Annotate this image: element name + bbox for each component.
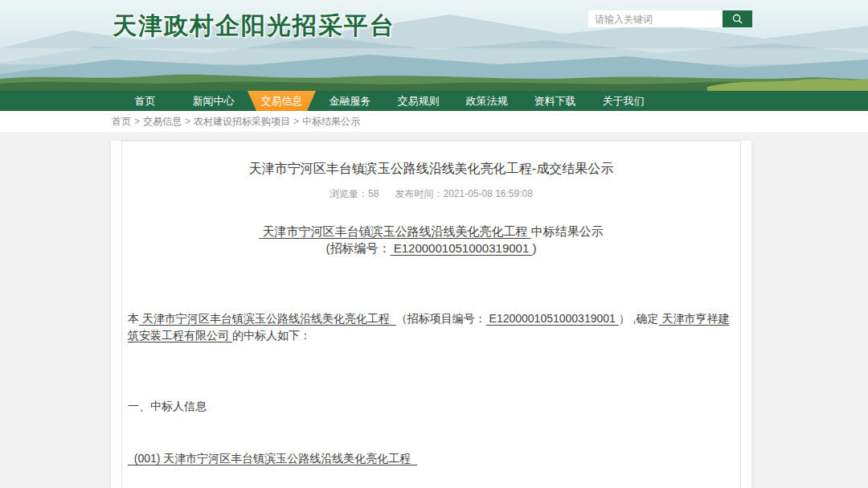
nav-item-home[interactable]: 首页 <box>111 91 179 111</box>
nav-item-finance[interactable]: 金融服务 <box>316 91 384 111</box>
search-input[interactable] <box>588 10 723 27</box>
project-code-underlined: E1200001051000319001 <box>486 312 619 325</box>
bid-number-underlined: E1200001051000319001 <box>391 241 533 255</box>
intro-text: （招标项目编号： <box>396 312 486 325</box>
page-title: 天津市宁河区丰台镇滨玉公路线沿线美化亮化工程-成交结果公示 <box>128 161 735 178</box>
lot-underlined: (001) 天津市宁河区丰台镇滨玉公路线沿线美化亮化工程 <box>128 452 417 465</box>
site-title: 天津政村企阳光招采平台 <box>113 10 395 43</box>
project-name-underlined: 天津市宁河区丰台镇滨玉公路线沿线美化亮化工程 <box>259 224 530 238</box>
search-bar <box>588 10 752 27</box>
notice-body: 本 天津市宁河区丰台镇滨玉公路线沿线美化亮化工程 （招标项目编号： E12000… <box>128 275 735 488</box>
nav-item-news[interactable]: 新闻中心 <box>179 91 248 111</box>
nav-item-policy[interactable]: 政策法规 <box>452 91 521 111</box>
nav-item-about[interactable]: 关于我们 <box>589 91 657 111</box>
bid-no-suffix: ) <box>532 241 536 255</box>
intro-text: 的中标人如下： <box>232 329 311 342</box>
project-name-underlined: 天津市宁河区丰台镇滨玉公路线沿线美化亮化工程 <box>139 312 396 325</box>
views-label: 浏览量： <box>330 188 368 199</box>
search-icon <box>732 14 743 24</box>
intro-text: 本 <box>128 312 139 325</box>
nav-item-rules[interactable]: 交易规则 <box>384 91 452 111</box>
lot-line: (001) 天津市宁河区丰台镇滨玉公路线沿线美化亮化工程 <box>128 450 735 468</box>
main-area: 天津市宁河区丰台镇滨玉公路线沿线美化亮化工程-成交结果公示 浏览量：58发布时间… <box>0 132 868 488</box>
bid-no-prefix: (招标编号： <box>326 241 391 255</box>
subtitle-suffix: 中标结果公示 <box>531 224 604 238</box>
section-heading-winner-info: 一、中标人信息 <box>128 398 735 416</box>
breadcrumb-separator: > <box>185 116 190 127</box>
intro-paragraph: 本 天津市宁河区丰台镇滨玉公路线沿线美化亮化工程 （招标项目编号： E12000… <box>128 310 735 346</box>
notice-card: 天津市宁河区丰台镇滨玉公路线沿线美化亮化工程-成交结果公示 浏览量：58发布时间… <box>121 141 741 488</box>
publish-time: 2021-05-08 16:59:08 <box>443 188 532 199</box>
breadcrumb-home[interactable]: 首页 <box>112 116 131 127</box>
notice-subtitle: 天津市宁河区丰台镇滨玉公路线沿线美化亮化工程 中标结果公示(招标编号： E120… <box>128 223 735 256</box>
breadcrumb-trade-info[interactable]: 交易信息 <box>143 116 182 127</box>
content-panel: 天津市宁河区丰台镇滨玉公路线沿线美化亮化工程-成交结果公示 浏览量：58发布时间… <box>111 141 751 488</box>
breadcrumb: 首页>交易信息>农村建设招标采购项目>中标结果公示 <box>0 111 868 132</box>
article-meta: 浏览量：58发布时间：2021-05-08 16:59:08 <box>128 187 735 201</box>
site-header: 天津政村企阳光招采平台 <box>0 0 868 91</box>
main-navigation: 首页 新闻中心 交易信息 金融服务 交易规则 政策法规 资料下载 关于我们 <box>0 91 868 111</box>
views-count: 58 <box>368 188 379 199</box>
breadcrumb-rural-projects[interactable]: 农村建设招标采购项目 <box>194 116 290 127</box>
breadcrumb-separator: > <box>293 116 299 127</box>
breadcrumb-separator: > <box>134 116 140 127</box>
breadcrumb-result-notice[interactable]: 中标结果公示 <box>302 116 360 127</box>
nav-item-downloads[interactable]: 资料下载 <box>521 91 589 111</box>
intro-text: ） ,确定 <box>619 312 659 325</box>
nav-item-trade-info[interactable]: 交易信息 <box>248 91 316 111</box>
publish-time-label: 发布时间： <box>395 188 443 199</box>
search-button[interactable] <box>723 10 752 27</box>
